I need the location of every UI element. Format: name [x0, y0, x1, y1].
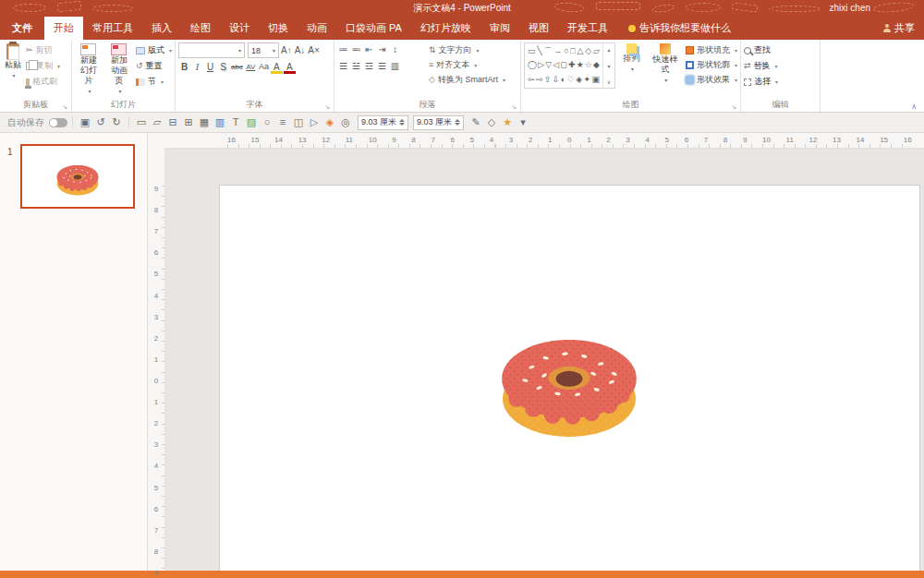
tab-3[interactable]: 插入	[142, 17, 181, 40]
tab-1[interactable]: 开始	[44, 17, 83, 40]
tab-11[interactable]: 视图	[519, 17, 558, 40]
section-button[interactable]: 节	[136, 74, 172, 90]
shape-option[interactable]: ◈	[576, 74, 582, 86]
shape-option[interactable]: ☆	[585, 59, 592, 71]
tab-8[interactable]: 口袋动画 PA	[336, 17, 411, 40]
shape-option[interactable]: ✦	[583, 74, 590, 86]
cut-button[interactable]: ✂ 剪切	[26, 42, 60, 58]
shape-option[interactable]: →	[553, 45, 562, 57]
shape-effects-button[interactable]: 形状效果	[686, 72, 737, 87]
numbering-icon[interactable]: ≕	[350, 42, 362, 56]
shape-option[interactable]: ◁	[553, 59, 559, 71]
print-icon[interactable]: ⊟	[165, 114, 180, 131]
table-icon[interactable]: ▦	[197, 114, 212, 131]
text-highlight-icon[interactable]: A	[271, 60, 283, 74]
text-box-icon[interactable]: T	[228, 114, 243, 131]
format-painter-button[interactable]: 格式刷	[26, 74, 60, 90]
shape-option[interactable]: ○	[564, 45, 568, 57]
character-spacing-icon[interactable]: AV	[245, 60, 257, 74]
increase-font-size-icon[interactable]: A↑	[280, 43, 293, 57]
new-anim-page-button[interactable]: 新加动画页	[105, 42, 133, 98]
shape-option[interactable]: ▱	[593, 45, 600, 57]
stepper-icons[interactable]	[399, 119, 405, 126]
decrease-indent-icon[interactable]: ⇤	[363, 42, 375, 56]
shape-option[interactable]: ◯	[528, 59, 537, 71]
dialog-launcher-icon[interactable]: ↘	[324, 103, 330, 110]
tell-me-box[interactable]: 告诉我你想要做什么	[628, 17, 731, 40]
tab-6[interactable]: 切换	[259, 17, 298, 40]
shape-option[interactable]: ◐	[561, 74, 565, 86]
slide-canvas[interactable]	[164, 149, 924, 571]
align-left-icon[interactable]: ☰	[337, 59, 349, 73]
shape-option[interactable]: ⇨	[536, 74, 543, 86]
group-icon[interactable]: ◫	[291, 114, 306, 131]
shape-option[interactable]: ⇩	[553, 74, 560, 86]
undo-icon[interactable]: ↺	[93, 114, 108, 131]
italic-icon[interactable]: I	[191, 60, 203, 74]
bullets-icon[interactable]: ≔	[337, 42, 349, 56]
shape-option[interactable]: ★	[577, 59, 584, 71]
tab-7[interactable]: 动画	[298, 17, 336, 40]
stepper-icons[interactable]	[455, 119, 460, 126]
open-icon[interactable]: ▱	[150, 114, 164, 131]
shapes-icon[interactable]: ○	[260, 114, 274, 131]
tab-file[interactable]: 文件	[0, 17, 44, 40]
tab-5[interactable]: 设计	[220, 17, 259, 40]
tab-4[interactable]: 绘图	[181, 17, 220, 40]
font-color-icon[interactable]: A	[284, 60, 296, 74]
dialog-launcher-icon[interactable]: ↘	[62, 103, 67, 110]
shape-option[interactable]: ♡	[567, 74, 575, 86]
favorite-icon[interactable]: ★	[500, 114, 515, 131]
text-shadow-icon[interactable]: S	[217, 60, 229, 74]
new-slide-button[interactable]: 新建幻灯片	[75, 42, 103, 98]
shape-option[interactable]: ▭	[528, 45, 536, 57]
align-center-icon[interactable]: ☱	[350, 59, 362, 73]
slide-thumbnail[interactable]	[20, 144, 135, 209]
tab-9[interactable]: 幻灯片放映	[411, 17, 480, 40]
align-text-button[interactable]: ≡ 对齐文本	[429, 57, 505, 72]
clear-formatting-icon[interactable]: A×	[307, 43, 321, 57]
shape-option[interactable]: △	[578, 45, 584, 57]
share-button[interactable]: 共享	[882, 17, 915, 40]
select-button[interactable]: 选择	[744, 74, 778, 90]
copy-button[interactable]: 复制	[26, 58, 60, 74]
arrange-button[interactable]: 排列	[618, 42, 645, 98]
tab-2[interactable]: 常用工具	[83, 17, 142, 40]
pen-icon[interactable]: ✎	[468, 114, 483, 131]
shape-fill-button[interactable]: 形状填充	[686, 42, 737, 57]
increase-indent-icon[interactable]: ⇥	[376, 42, 388, 56]
shape-option[interactable]: ▽	[545, 59, 552, 71]
text-direction-button[interactable]: ⇅ 文字方向	[429, 42, 505, 57]
tab-12[interactable]: 开发工具	[558, 17, 617, 40]
align-right-icon[interactable]: ☲	[363, 59, 375, 73]
animation-icon[interactable]: ◈	[322, 114, 337, 131]
justify-icon[interactable]: ☰	[376, 59, 388, 73]
donut-illustration[interactable]	[486, 306, 652, 447]
shapes-more-icon[interactable]: ∨	[607, 78, 611, 85]
line-spacing-icon[interactable]: ↕	[389, 42, 401, 56]
layout-button[interactable]: 版式	[136, 42, 172, 58]
replace-button[interactable]: ⇄ 替换	[744, 58, 778, 74]
shape-option[interactable]: □	[570, 45, 575, 57]
merge-shapes-icon[interactable]: ◇	[484, 114, 499, 131]
dialog-launcher-icon[interactable]: ↘	[731, 103, 736, 110]
paste-button[interactable]: 粘贴	[3, 42, 23, 98]
shapes-scroll-up-icon[interactable]: ▴	[608, 46, 611, 53]
quick-styles-button[interactable]: 快速样式	[648, 42, 683, 98]
shape-option[interactable]: ✚	[568, 59, 576, 71]
shape-option[interactable]: ▣	[591, 74, 600, 86]
play-icon[interactable]: ▷	[307, 114, 322, 131]
autosave-toggle[interactable]	[49, 118, 67, 127]
columns-icon[interactable]: ▥	[389, 59, 401, 73]
grid-icon[interactable]: ⊞	[181, 114, 196, 131]
shape-option[interactable]: ◇	[585, 45, 591, 57]
shape-option[interactable]: ⇦	[528, 74, 535, 86]
strikethrough-icon[interactable]: abc	[230, 60, 244, 74]
reset-button[interactable]: ↺ 重置	[136, 58, 172, 74]
dialog-launcher-icon[interactable]: ↘	[511, 103, 517, 110]
more-icon[interactable]: ▾	[516, 114, 530, 131]
align-icon[interactable]: ≡	[275, 114, 290, 131]
font-size-combo[interactable]: 18	[248, 42, 279, 58]
shape-height-input[interactable]: 9.03 厘米	[358, 115, 408, 130]
shape-option[interactable]: ╲	[537, 45, 541, 57]
